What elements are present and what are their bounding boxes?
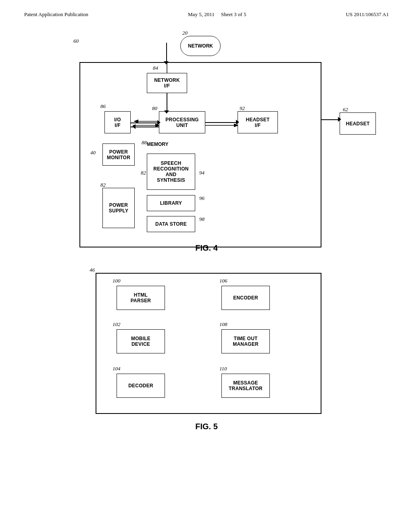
header-sheet: Sheet 3 of 5: [221, 11, 246, 17]
processing-unit-label: PROCESSINGUNIT: [165, 117, 198, 128]
power-monitor-box: POWERMONITOR: [102, 143, 135, 166]
ref-110: 110: [219, 366, 227, 372]
network-if-label: NETWORKI/F: [154, 77, 180, 89]
power-supply-label: POWERSUPPLY: [109, 202, 128, 214]
ref-102: 102: [113, 321, 121, 328]
library-box: LIBRARY: [147, 195, 195, 211]
arrow-right-headset: [236, 120, 239, 125]
arrow-left-io: [132, 124, 136, 129]
decoder-box: DECODER: [117, 374, 165, 398]
ref-98: 98: [199, 216, 204, 222]
ref-20: 20: [182, 30, 188, 36]
ref-60: 60: [73, 38, 79, 44]
time-out-manager-label: TIME OUTMANAGER: [233, 336, 259, 347]
power-supply-box: POWERSUPPLY: [102, 188, 135, 228]
ref-104: 104: [113, 366, 121, 372]
ref-62: 62: [343, 106, 348, 113]
decoder-label: DECODER: [128, 383, 153, 389]
ref-82b: 82: [100, 182, 106, 188]
io-if-box: I/OI/F: [104, 111, 131, 133]
fig5-label: FIG. 5: [24, 422, 389, 431]
html-parser-label: HTMLPARSER: [131, 292, 151, 303]
arrow-down-to-box: [164, 61, 169, 64]
message-translator-box: MESSAGETRANSLATOR: [221, 374, 270, 398]
mobile-device-box: MOBILEDEVICE: [117, 329, 165, 353]
fig5-outer-box: 100 HTMLPARSER 106 ENCODER 102 MOBILEDEV…: [96, 273, 321, 414]
line-io-proc-top: [131, 123, 159, 123]
ref-40: 40: [90, 150, 96, 156]
ref-84: 84: [153, 65, 158, 71]
line-proc-headset: [205, 122, 238, 123]
encoder-label: ENCODER: [233, 295, 258, 301]
processing-unit-box: PROCESSINGUNIT: [159, 111, 205, 133]
header-center: May 5, 2011 Sheet 3 of 5: [188, 11, 246, 18]
time-out-manager-box: TIME OUTMANAGER: [221, 329, 270, 353]
network-if-box: NETWORKI/F: [147, 73, 187, 93]
headset-box: HEADSET: [340, 112, 376, 135]
ref-96: 96: [199, 195, 204, 202]
ref-88: 88: [142, 139, 147, 146]
speech-box: SPEECHRECOGNITIONANDSYNTHESIS: [147, 154, 195, 190]
headset-if-box: HEADSETI/F: [238, 111, 278, 133]
power-monitor-label: POWERMONITOR: [107, 149, 130, 160]
ref-108: 108: [219, 321, 227, 328]
fig4-container: 60 20 NETWORK: [33, 26, 380, 251]
line-headset-ext: [321, 119, 340, 120]
ref-100: 100: [113, 278, 121, 284]
arrow-right-headset-ext: [338, 117, 341, 122]
message-translator-label: MESSAGETRANSLATOR: [229, 380, 263, 391]
header-left: Patent Application Publication: [24, 11, 88, 18]
speech-label: SPEECHRECOGNITIONANDSYNTHESIS: [153, 160, 188, 183]
memory-label: MEMORY: [147, 141, 169, 147]
arrow-right-proc: [157, 120, 161, 125]
ref-106: 106: [219, 278, 227, 284]
line-cloud-to-box: [166, 43, 167, 63]
network-box: NETWORK: [180, 36, 221, 56]
io-if-label: I/OI/F: [114, 117, 121, 128]
arrow-down-net: [164, 110, 169, 114]
data-store-label: DATA STORE: [155, 221, 187, 227]
library-label: LIBRARY: [160, 200, 182, 206]
mobile-device-label: MOBILEDEVICE: [131, 336, 150, 347]
headset-label: HEADSET: [346, 121, 369, 127]
ref-82: 82: [141, 170, 146, 176]
encoder-box: ENCODER: [221, 286, 270, 310]
header-right: US 2011/106537 A1: [346, 11, 389, 18]
ref-92: 92: [240, 105, 245, 112]
ref-86: 86: [100, 103, 106, 110]
ref-80: 80: [152, 105, 157, 112]
main-content: 60 20 NETWORK: [0, 22, 413, 451]
page-header: Patent Application Publication May 5, 20…: [0, 0, 413, 22]
fig4-outer-box: 84 NETWORKI/F 86 I/OI/F 80 PROCESSINGUNI…: [79, 62, 321, 247]
fig5-container: 46 100 HTMLPARSER 106 ENCODER 102: [33, 261, 380, 422]
ref-94: 94: [199, 170, 204, 176]
headset-if-label: HEADSETI/F: [246, 117, 269, 128]
header-date: May 5, 2011: [188, 11, 215, 17]
html-parser-box: HTMLPARSER: [117, 286, 165, 310]
ref-46: 46: [90, 267, 95, 273]
line-net-down: [167, 93, 167, 112]
data-store-box: DATA STORE: [147, 216, 195, 232]
